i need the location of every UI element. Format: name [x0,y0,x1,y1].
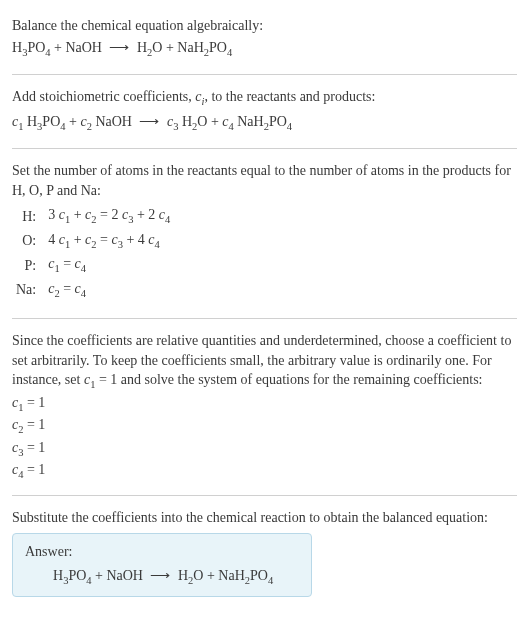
table-row: Na:c2 = c4 [12,278,174,302]
section-balance-equation: Balance the chemical equation algebraica… [12,8,517,70]
balance-equation: c2 = c4 [44,278,174,302]
element-label: O: [12,229,44,253]
coefficient-value: c1 = 1 [12,393,517,415]
table-row: H:3 c1 + c2 = 2 c3 + 2 c4 [12,204,174,228]
divider [12,318,517,319]
balance-equation: 4 c1 + c2 = c3 + 4 c4 [44,229,174,253]
atom-balance-table: H:3 c1 + c2 = 2 c3 + 2 c4O:4 c1 + c2 = c… [12,204,174,302]
answer-label: Answer: [25,542,299,562]
coefficient-solutions: c1 = 1c2 = 1c3 = 1c4 = 1 [12,393,517,483]
element-label: P: [12,253,44,277]
instruction-text: Since the coefficients are relative quan… [12,331,517,393]
section-atom-balance: Set the number of atoms in the reactants… [12,153,517,314]
section-solve: Since the coefficients are relative quan… [12,323,517,491]
balance-equation: c1 = c4 [44,253,174,277]
section-add-coefficients: Add stoichiometric coefficients, ci, to … [12,79,517,144]
table-row: O:4 c1 + c2 = c3 + 4 c4 [12,229,174,253]
instruction-text: Add stoichiometric coefficients, ci, to … [12,87,517,109]
chemical-equation-coefficients: c1 H3PO4 + c2 NaOH ⟶ c3 H2O + c4 NaH2PO4 [12,110,517,136]
balance-equation: 3 c1 + c2 = 2 c3 + 2 c4 [44,204,174,228]
balanced-equation: H3PO4 + NaOH ⟶ H2O + NaH2PO4 [25,566,299,588]
table-row: P:c1 = c4 [12,253,174,277]
instruction-text: Set the number of atoms in the reactants… [12,161,517,200]
divider [12,495,517,496]
instruction-text: Substitute the coefficients into the che… [12,508,517,528]
section-answer: Substitute the coefficients into the che… [12,500,517,606]
instruction-text: Balance the chemical equation algebraica… [12,16,517,36]
divider [12,148,517,149]
element-label: H: [12,204,44,228]
coefficient-value: c3 = 1 [12,438,517,460]
coefficient-value: c4 = 1 [12,460,517,482]
answer-box: Answer: H3PO4 + NaOH ⟶ H2O + NaH2PO4 [12,533,312,597]
chemical-equation: H3PO4 + NaOH ⟶ H2O + NaH2PO4 [12,36,517,62]
coefficient-value: c2 = 1 [12,415,517,437]
element-label: Na: [12,278,44,302]
atom-balance-rows: H:3 c1 + c2 = 2 c3 + 2 c4O:4 c1 + c2 = c… [12,204,174,302]
divider [12,74,517,75]
